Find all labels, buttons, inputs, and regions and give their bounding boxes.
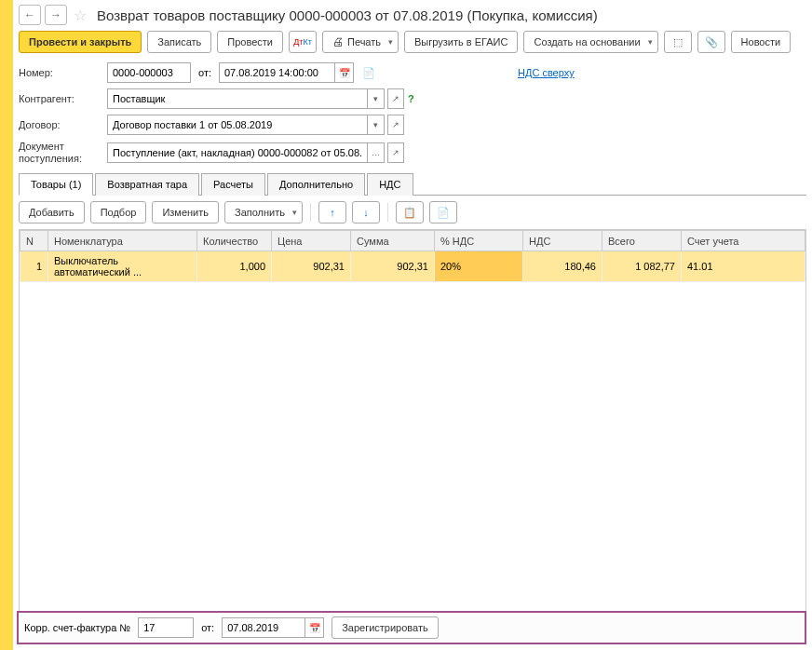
vat-link[interactable]: НДС сверху — [518, 67, 575, 78]
fill-button[interactable]: Заполнить — [224, 201, 303, 223]
help-icon[interactable]: ? — [408, 93, 414, 104]
write-button[interactable]: Записать — [147, 31, 211, 53]
col-account[interactable]: Счет учета — [682, 231, 805, 251]
col-nomen[interactable]: Номенклатура — [48, 231, 197, 251]
forward-button[interactable]: → — [45, 5, 67, 25]
move-up-icon[interactable]: ↑ — [318, 201, 346, 223]
register-button[interactable]: Зарегистрировать — [332, 616, 439, 639]
number-label: Номер: — [19, 67, 107, 78]
tab-vat[interactable]: НДС — [367, 173, 413, 196]
col-qty[interactable]: Количество — [197, 231, 272, 251]
table-row[interactable]: 1 Выключатель автоматический ... 1,000 9… — [20, 251, 805, 282]
tab-goods[interactable]: Товары (1) — [19, 173, 93, 196]
contragent-input[interactable] — [107, 88, 368, 109]
open-icon[interactable]: ↗ — [387, 115, 404, 135]
invoice-date-input[interactable] — [222, 617, 305, 638]
back-button[interactable]: ← — [19, 5, 41, 25]
dtKt-icon[interactable]: ДтКт — [289, 31, 317, 53]
create-based-button[interactable]: Создать на основании — [523, 31, 657, 53]
sidebar-accent — [0, 0, 13, 650]
paste-icon[interactable]: 📄 — [429, 201, 457, 223]
print-button[interactable]: Печать — [322, 31, 399, 53]
footer-label: Корр. счет-фактура № — [24, 622, 130, 633]
page-title: Возврат товаров поставщику 0000-000003 о… — [97, 7, 598, 23]
dropdown-icon[interactable]: ▾ — [368, 115, 385, 135]
move-down-icon[interactable]: ↓ — [352, 201, 380, 223]
date-input[interactable] — [219, 62, 335, 83]
calendar-icon[interactable]: 📅 — [305, 617, 324, 638]
add-button[interactable]: Добавить — [19, 201, 85, 223]
post-indicator-icon[interactable]: 📄 — [359, 67, 378, 79]
tab-calc[interactable]: Расчеты — [201, 173, 265, 196]
open-icon[interactable]: ↗ — [387, 88, 404, 109]
copy-icon[interactable]: 📋 — [396, 201, 424, 223]
attach-icon[interactable]: 📎 — [697, 31, 725, 53]
col-vat[interactable]: НДС — [523, 231, 602, 251]
number-input[interactable] — [107, 62, 191, 83]
news-button[interactable]: Новости — [731, 31, 792, 53]
star-icon[interactable]: ☆ — [71, 5, 89, 25]
col-sum[interactable]: Сумма — [351, 231, 435, 251]
tab-extra[interactable]: Дополнительно — [267, 173, 365, 196]
open-icon[interactable]: ↗ — [387, 142, 404, 163]
contract-label: Договор: — [19, 119, 107, 130]
structure-icon[interactable]: ⬚ — [664, 31, 692, 53]
post-button[interactable]: Провести — [217, 31, 283, 53]
more-icon[interactable]: … — [368, 142, 385, 163]
goods-table[interactable]: N Номенклатура Количество Цена Сумма % Н… — [19, 229, 806, 616]
contract-input[interactable] — [107, 115, 368, 135]
invoice-footer: Корр. счет-фактура № от: 📅 Зарегистриров… — [17, 611, 806, 644]
col-vatpct[interactable]: % НДС — [435, 231, 523, 251]
from-label: от: — [191, 67, 219, 78]
separator — [310, 203, 311, 222]
receipt-label: Документ поступления: — [19, 141, 107, 165]
change-button[interactable]: Изменить — [152, 201, 219, 223]
col-n[interactable]: N — [20, 231, 48, 251]
col-price[interactable]: Цена — [272, 231, 351, 251]
post-close-button[interactable]: Провести и закрыть — [19, 31, 142, 53]
receipt-input[interactable] — [107, 142, 368, 163]
tab-tara[interactable]: Возвратная тара — [95, 173, 199, 196]
calendar-icon[interactable]: 📅 — [335, 62, 354, 83]
dropdown-icon[interactable]: ▾ — [368, 88, 385, 109]
separator — [387, 203, 388, 222]
select-button[interactable]: Подбор — [90, 201, 147, 223]
col-total[interactable]: Всего — [602, 231, 682, 251]
contragent-label: Контрагент: — [19, 93, 107, 104]
egais-button[interactable]: Выгрузить в ЕГАИС — [404, 31, 518, 53]
footer-from: от: — [201, 622, 214, 633]
invoice-num-input[interactable] — [138, 617, 194, 638]
